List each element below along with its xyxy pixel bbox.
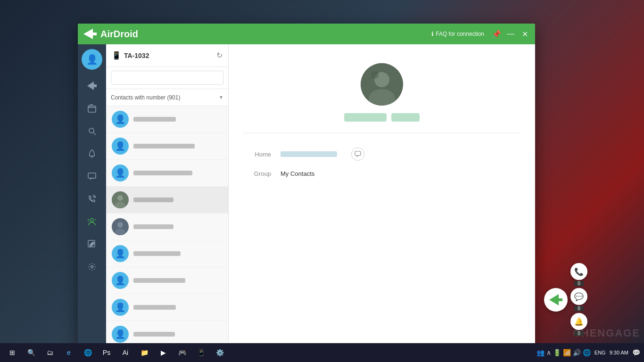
contact-name — [133, 251, 181, 256]
list-item[interactable] — [106, 214, 228, 240]
person-icon: 👤 — [115, 275, 125, 286]
close-button[interactable]: ✕ — [520, 30, 529, 39]
sidebar-nav: 👤 — [78, 44, 106, 344]
list-item[interactable]: 👤 — [106, 240, 228, 267]
widget-phone-count: 0 — [574, 281, 584, 286]
sidebar-item-compose[interactable] — [82, 234, 102, 255]
search-wrapper: 🔍 — [111, 71, 223, 85]
sidebar-item-messages[interactable] — [82, 166, 102, 187]
photoshop-button[interactable]: Ps — [98, 344, 115, 361]
widget-phone-button[interactable]: 📞 — [570, 263, 587, 280]
sidebar-item-files[interactable] — [82, 98, 102, 119]
media-button[interactable]: ▶ — [155, 344, 172, 361]
clock[interactable]: 9:30 AM — [610, 350, 628, 355]
list-item[interactable]: 👤 — [106, 294, 228, 321]
contact-first-name — [344, 113, 387, 122]
notifications-taskbar-icon[interactable]: 💬 — [632, 349, 640, 356]
filter-bar[interactable]: Contacts with number (901) ▼ — [106, 89, 228, 106]
svg-marker-0 — [83, 29, 97, 39]
app-title: AirDroid — [100, 29, 138, 40]
start-button[interactable]: ⊞ — [4, 344, 21, 361]
widget-message-group: 💬 0 — [570, 288, 587, 311]
network-icon[interactable]: 🌐 — [583, 349, 591, 356]
svg-rect-10 — [95, 219, 96, 220]
taskbar-system-icons: 👥 ∧ 🔋 📶 🔊 🌐 — [537, 349, 591, 356]
pin-button[interactable]: 📌 — [492, 30, 501, 39]
contact-name — [133, 197, 173, 202]
network-connections-icon[interactable]: 👥 — [537, 349, 545, 356]
app-content: 👤 — [78, 44, 535, 344]
sidebar-item-notifications[interactable] — [82, 143, 102, 164]
illustrator-button[interactable]: Ai — [117, 344, 134, 361]
app1-button[interactable]: 🎮 — [173, 344, 190, 361]
info-icon: ℹ — [431, 31, 434, 37]
device-name-group: 📱 TA-1032 — [112, 51, 149, 60]
svg-point-12 — [91, 266, 93, 268]
expand-icon[interactable]: ∧ — [546, 349, 551, 356]
list-item[interactable] — [106, 187, 228, 214]
widget-sub-buttons: 📞 0 💬 0 🔔 0 — [570, 263, 587, 336]
list-item[interactable]: 👤 — [106, 106, 228, 133]
svg-rect-9 — [88, 221, 89, 222]
contacts-panel: 📱 TA-1032 ↻ 🔍 Contacts with number (901)… — [106, 44, 229, 344]
sidebar-item-contacts[interactable] — [82, 211, 102, 232]
search-button[interactable]: 🔍 — [23, 344, 40, 361]
airdroid-widget: 📞 0 💬 0 🔔 0 — [544, 263, 587, 336]
title-bar: AirDroid ℹ FAQ for connection 📌 — ✕ — [78, 24, 535, 44]
faq-link[interactable]: ℹ FAQ for connection — [431, 31, 484, 37]
list-item[interactable]: 👤 — [106, 321, 228, 344]
svg-point-5 — [91, 156, 93, 158]
search-input[interactable] — [111, 71, 223, 85]
detail-row-home: Home — [243, 143, 521, 165]
svg-rect-6 — [88, 173, 96, 178]
edge-button[interactable]: e — [60, 344, 77, 361]
contact-avatar: 👤 — [112, 326, 129, 343]
sidebar-item-settings[interactable] — [82, 256, 102, 277]
volume-icon[interactable]: 🔊 — [573, 349, 581, 356]
minimize-button[interactable]: — — [506, 30, 515, 39]
widget-main-button[interactable] — [544, 288, 568, 312]
person-icon: 👤 — [115, 248, 125, 259]
sidebar-item-share[interactable] — [82, 75, 102, 96]
group-value: My Contacts — [281, 170, 314, 177]
svg-marker-24 — [549, 294, 562, 305]
contact-name — [133, 144, 195, 148]
widget-notif-group: 🔔 0 — [570, 313, 587, 336]
explorer-button[interactable]: 📁 — [136, 344, 153, 361]
message-button[interactable] — [351, 148, 364, 161]
list-item[interactable]: 👤 — [106, 160, 228, 187]
svg-point-7 — [91, 219, 94, 222]
sidebar-item-calls[interactable] — [82, 189, 102, 209]
sidebar-item-find[interactable] — [82, 121, 102, 141]
list-item[interactable]: 👤 — [106, 133, 228, 160]
widget-notif-button[interactable]: 🔔 — [570, 313, 587, 330]
contact-name-row — [344, 113, 420, 122]
person-icon: 👤 — [115, 168, 125, 178]
svg-point-14 — [117, 195, 123, 201]
wifi-icon[interactable]: 📶 — [563, 349, 571, 356]
window-controls: 📌 — ✕ — [492, 30, 529, 39]
battery-icon[interactable]: 🔋 — [553, 349, 561, 356]
svg-rect-8 — [88, 219, 89, 220]
settings-button[interactable]: ⚙️ — [211, 344, 228, 361]
contact-avatar: 👤 — [112, 272, 129, 289]
refresh-button[interactable]: ↻ — [216, 51, 223, 60]
taskbar-right: 👥 ∧ 🔋 📶 🔊 🌐 ENG 9:30 AM 💬 — [537, 349, 640, 356]
widget-message-button[interactable]: 💬 — [570, 288, 587, 305]
language-indicator[interactable]: ENG — [594, 350, 606, 355]
whatsapp-button[interactable]: 📱 — [192, 344, 209, 361]
svg-line-4 — [93, 132, 96, 135]
contact-avatar — [112, 191, 129, 208]
list-item[interactable]: 👤 — [106, 267, 228, 294]
contact-name — [133, 305, 176, 310]
sidebar-item-avatar[interactable]: 👤 — [82, 49, 102, 70]
chrome-button[interactable]: 🌐 — [79, 344, 96, 361]
home-phone-value — [281, 151, 337, 157]
contact-name — [133, 171, 192, 175]
task-view-button[interactable]: 🗂 — [41, 344, 58, 361]
contact-avatar: 👤 — [112, 111, 129, 128]
contact-avatar — [112, 218, 129, 235]
contact-avatar: 👤 — [112, 299, 129, 316]
contact-name — [133, 332, 175, 337]
contact-list: 👤 👤 👤 — [106, 106, 228, 344]
